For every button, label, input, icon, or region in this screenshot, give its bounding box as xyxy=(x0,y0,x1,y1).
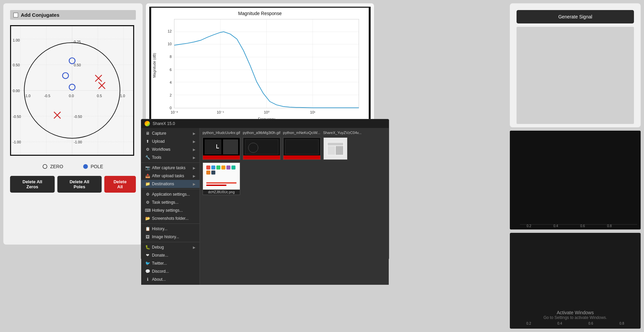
tools-icon: 🔧 xyxy=(145,155,150,160)
zero-label: ZERO xyxy=(50,164,63,169)
svg-text:-1.00: -1.00 xyxy=(74,140,82,144)
menu-item-image-history[interactable]: 🖼 Image history... xyxy=(141,233,200,241)
menu-label-tools: Tools xyxy=(152,155,161,160)
svg-text:0.50: 0.50 xyxy=(13,63,20,67)
sharex-menu: 🖥 Capture ▶ ⬆ Upload ▶ ⚙ Workflows ▶ xyxy=(141,128,200,285)
debug-arrow-icon: ▶ xyxy=(193,246,196,249)
upload-icon: ⬆ xyxy=(145,139,150,144)
menu-label-image-history: Image history... xyxy=(152,235,179,239)
menu-separator-3 xyxy=(141,223,200,224)
cursor-icon xyxy=(216,144,219,148)
mini-screen-3 xyxy=(283,138,320,159)
menu-label-workflows: Workflows xyxy=(152,147,170,152)
menu-item-donate[interactable]: ❤ Donate... xyxy=(141,251,200,259)
svg-text:1.00: 1.00 xyxy=(13,38,20,42)
add-conjugates-label: Add Conjugates xyxy=(21,12,59,18)
delete-all-button[interactable]: Delete All xyxy=(104,176,136,193)
action-buttons: Delete All Zeros Delete All Poles Delete… xyxy=(10,176,136,193)
menu-item-twitter[interactable]: 🐦 Twitter... xyxy=(141,259,200,267)
task-settings-icon: ⚙ xyxy=(145,200,150,205)
svg-text:-0.50: -0.50 xyxy=(13,115,21,119)
delete-poles-button[interactable]: Delete All Poles xyxy=(57,176,102,193)
svg-text:0.0: 0.0 xyxy=(69,94,74,98)
screenshot-thumb-2[interactable] xyxy=(243,137,280,160)
delete-zeros-button[interactable]: Delete All Zeros xyxy=(10,176,55,193)
bottom-thumb-svg xyxy=(205,164,238,189)
menu-item-tools[interactable]: 🔧 Tools ▶ xyxy=(141,153,200,161)
workflows-icon: ⚙ xyxy=(145,147,150,152)
menu-item-destinations[interactable]: 📁 Destinations ▶ xyxy=(141,180,200,188)
svg-text:0.25: 0.25 xyxy=(74,40,81,44)
zero-legend[interactable]: ZERO xyxy=(43,164,63,169)
svg-text:10: 10 xyxy=(168,42,172,46)
tab-3[interactable]: python_mNeKoQciW... xyxy=(283,131,320,135)
svg-text:-0.50: -0.50 xyxy=(74,115,82,119)
svg-rect-69 xyxy=(336,146,343,155)
magnitude-svg: Magnitude Response 0 2 4 6 xyxy=(150,8,370,121)
menu-label-after-capture: After capture tasks xyxy=(152,165,185,170)
zero-radio[interactable] xyxy=(43,164,47,169)
menu-label-destinations: Destinations xyxy=(152,182,174,186)
history-icon: 📋 xyxy=(145,226,150,231)
workflows-arrow-icon: ▶ xyxy=(193,148,196,151)
upload-arrow-icon: ▶ xyxy=(193,140,196,143)
svg-text:0.5: 0.5 xyxy=(97,94,102,98)
thumb-img-3 xyxy=(283,138,320,159)
pole-radio[interactable] xyxy=(83,164,88,169)
menu-item-capture[interactable]: 🖥 Capture ▶ xyxy=(141,129,200,137)
bottom-right-bottom-chart: Activate Windows Go to Settings to activ… xyxy=(510,233,641,329)
menu-item-debug[interactable]: 🐛 Debug ▶ xyxy=(141,243,200,251)
menu-item-discord[interactable]: 💬 Discord... xyxy=(141,267,200,275)
zplane-svg: 0.00 0.50 1.00 -0.50 -1.00 0.25 0.50 -0.… xyxy=(11,26,133,155)
menu-label-discord: Discord... xyxy=(152,269,169,274)
generate-signal-button[interactable]: Generate Signal xyxy=(517,10,634,23)
tab-4[interactable]: ShareX_YuyZVzC04v... xyxy=(323,131,362,135)
destinations-arrow-icon: ▶ xyxy=(193,182,196,186)
svg-rect-75 xyxy=(226,165,230,170)
menu-item-history[interactable]: 📋 History... xyxy=(141,225,200,233)
right-chart-area xyxy=(517,27,634,124)
screenshot-thumb-4[interactable] xyxy=(323,137,347,160)
menu-item-hotkey-settings[interactable]: ⌨ Hotkey settings... xyxy=(141,206,200,214)
zplane-plot[interactable]: 0.00 0.50 1.00 -0.50 -1.00 0.25 0.50 -0.… xyxy=(10,25,134,156)
right-panel: Generate Signal xyxy=(510,3,641,127)
svg-text:0.8: 0.8 xyxy=(607,224,612,228)
svg-text:Magnitude Response: Magnitude Response xyxy=(238,11,282,16)
discord-icon: 💬 xyxy=(145,269,150,274)
svg-text:4: 4 xyxy=(170,80,172,84)
add-conjugates-checkbox[interactable] xyxy=(13,13,18,17)
svg-text:0: 0 xyxy=(170,106,172,110)
svg-rect-73 xyxy=(216,165,220,170)
activate-windows-title: Activate Windows xyxy=(513,310,637,315)
tab-1[interactable]: python_HIudcUu4nr.gif xyxy=(203,131,240,135)
menu-item-task-settings[interactable]: ⚙ Task settings... xyxy=(141,198,200,206)
screenshot-thumb-3[interactable] xyxy=(283,137,321,160)
menu-item-after-capture[interactable]: 📷 After capture tasks ▶ xyxy=(141,164,200,172)
capture-icon: 🖥 xyxy=(145,131,150,136)
menu-label-history: History... xyxy=(152,226,167,231)
menu-item-after-upload[interactable]: 📤 After upload tasks ▶ xyxy=(141,172,200,180)
menu-item-about[interactable]: ℹ About... xyxy=(141,275,200,283)
thumb-img-1 xyxy=(203,138,240,159)
about-icon: ℹ xyxy=(145,277,150,282)
svg-rect-74 xyxy=(221,165,225,170)
menu-item-app-settings[interactable]: ⚙ Application settings... xyxy=(141,190,200,198)
sharex-body: 🖥 Capture ▶ ⬆ Upload ▶ ⚙ Workflows ▶ xyxy=(141,128,389,285)
menu-label-donate: Donate... xyxy=(152,253,168,258)
sharex-title: ShareX 15.0 xyxy=(153,121,175,126)
svg-rect-77 xyxy=(206,171,210,175)
menu-item-workflows[interactable]: ⚙ Workflows ▶ xyxy=(141,145,200,153)
menu-item-upload[interactable]: ⬆ Upload ▶ xyxy=(141,137,200,145)
magnitude-plot-box: Magnitude Response 0 2 4 6 xyxy=(149,7,371,122)
pole-legend[interactable]: POLE xyxy=(83,164,103,169)
thumb-img-bottom xyxy=(203,163,240,190)
svg-text:12: 12 xyxy=(168,29,172,33)
tab-2[interactable]: python_a9tbMg3t0h.gif xyxy=(243,131,280,135)
screenshot-thumb-bottom[interactable]: dcHZJ8U0Uc.png xyxy=(203,162,240,195)
menu-label-screenshots-folder: Screenshots folder... xyxy=(152,216,189,221)
bottom-right-top-chart: 0.2 0.4 0.6 0.8 xyxy=(510,131,641,229)
screenshot-thumb-1[interactable] xyxy=(203,137,240,160)
tools-arrow-icon: ▶ xyxy=(193,156,196,159)
after-upload-icon: 📤 xyxy=(145,174,150,178)
menu-item-screenshots-folder[interactable]: 📂 Screenshots folder... xyxy=(141,214,200,222)
